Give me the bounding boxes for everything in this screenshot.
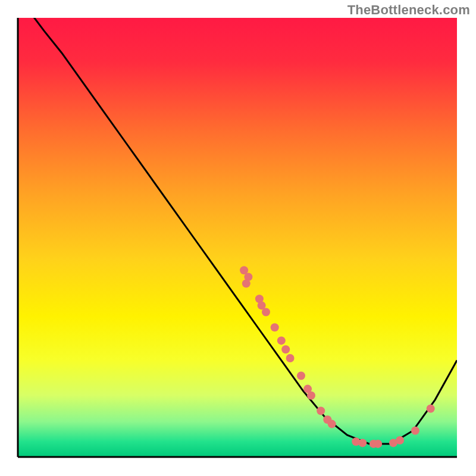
scatter-dot: [286, 354, 295, 362]
scatter-dot: [281, 345, 290, 353]
scatter-dot: [328, 420, 336, 428]
scatter-dot: [396, 436, 404, 444]
scatter-dot: [277, 336, 286, 345]
chart-svg: [0, 0, 476, 476]
scatter-dot: [427, 405, 435, 413]
scatter-dot: [307, 392, 315, 400]
chart-container: TheBottleneck.com: [0, 0, 476, 476]
scatter-dot: [297, 372, 305, 380]
scatter-dot: [374, 440, 382, 448]
scatter-dot: [271, 323, 279, 331]
scatter-dot: [242, 280, 250, 288]
scatter-dot: [317, 407, 325, 415]
scatter-dot: [411, 427, 419, 435]
scatter-dot: [358, 439, 367, 447]
scatter-dot: [262, 308, 270, 317]
watermark-text: TheBottleneck.com: [347, 2, 470, 18]
